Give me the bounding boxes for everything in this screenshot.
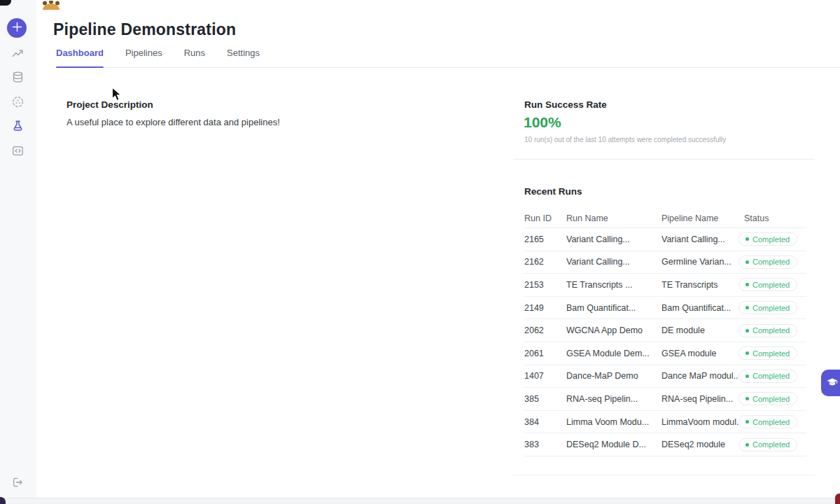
project-description-text: A useful place to explore different data… xyxy=(66,117,280,127)
pipeline-name-cell: Variant Calling... xyxy=(662,234,738,244)
column-header-status: Status xyxy=(738,214,806,223)
run-name-cell: Dance-MaP Demo xyxy=(566,371,662,381)
project-description-heading: Project Description xyxy=(66,99,153,110)
window-corner-bottom-right xyxy=(835,493,840,504)
column-header-pipeline-name: Pipeline Name xyxy=(662,214,738,223)
status-badge: Completed xyxy=(738,278,797,291)
status-cell: Completed xyxy=(738,370,806,383)
run-name-cell: GSEA Module Dem... xyxy=(566,349,662,358)
sidebar-item-data[interactable] xyxy=(10,71,25,86)
run-id-cell: 2149 xyxy=(524,303,566,313)
status-cell: Completed xyxy=(738,438,806,451)
app-window: Pipeline Demonstration Dashboard Pipelin… xyxy=(0,0,840,504)
logout-button[interactable] xyxy=(10,476,25,491)
run-id-cell: 1407 xyxy=(524,371,566,381)
status-badge: Completed xyxy=(738,392,797,405)
trend-up-icon xyxy=(11,47,24,63)
status-badge: Completed xyxy=(738,301,797,314)
tab-runs[interactable]: Runs xyxy=(184,48,205,67)
sidebar-item-clusters[interactable] xyxy=(10,95,25,111)
status-label: Completed xyxy=(752,281,790,289)
status-dot-icon xyxy=(746,306,749,309)
status-badge: Completed xyxy=(738,370,797,383)
status-label: Completed xyxy=(752,372,790,380)
pipeline-name-cell: GSEA module xyxy=(662,349,738,358)
code-icon xyxy=(11,144,24,160)
run-id-cell: 2062 xyxy=(524,326,566,335)
pipeline-name-cell: RNA-seq Pipelin... xyxy=(662,394,738,404)
column-header-run-id: Run ID xyxy=(524,214,566,223)
status-badge: Completed xyxy=(738,232,797,246)
add-button[interactable] xyxy=(7,18,27,38)
section-divider xyxy=(513,159,815,160)
sidebar xyxy=(0,0,36,504)
run-name-cell: RNA-seq Pipelin... xyxy=(566,394,662,404)
tab-settings[interactable]: Settings xyxy=(227,48,260,67)
graduation-cap-icon xyxy=(826,376,839,391)
status-dot-icon xyxy=(746,397,749,400)
window-bottom-band xyxy=(0,498,840,504)
table-row[interactable]: 2062 WGCNA App Demo DE module Completed xyxy=(524,319,806,342)
pipeline-name-cell: Dance MaP modul... xyxy=(662,371,738,381)
tab-bar: Dashboard Pipelines Runs Settings xyxy=(56,48,840,68)
tab-dashboard[interactable]: Dashboard xyxy=(56,48,104,67)
run-id-cell: 2165 xyxy=(524,234,566,244)
status-cell: Completed xyxy=(738,392,806,405)
recent-runs-rows: 2165 Variant Calling... Variant Calling.… xyxy=(524,228,806,456)
status-cell: Completed xyxy=(738,255,806,269)
table-row[interactable]: 2153 TE Transcripts ... TE Transcripts C… xyxy=(524,274,806,297)
status-badge: Completed xyxy=(738,438,797,451)
recent-runs-table: Run ID Run Name Pipeline Name Status 216… xyxy=(524,209,806,456)
run-name-cell: DESeq2 Module D... xyxy=(566,440,662,449)
status-cell: Completed xyxy=(738,415,806,428)
table-row[interactable]: 2061 GSEA Module Dem... GSEA module Comp… xyxy=(524,342,806,365)
tutorial-floating-button[interactable] xyxy=(821,370,840,396)
pipeline-name-cell: Germline Varian... xyxy=(662,257,738,267)
table-row[interactable]: 2162 Variant Calling... Germline Varian.… xyxy=(524,251,806,274)
recent-runs-heading: Recent Runs xyxy=(524,186,582,197)
run-id-cell: 385 xyxy=(524,394,566,404)
table-row[interactable]: 384 Limma Voom Modu... LimmaVoom modul..… xyxy=(524,411,806,434)
status-label: Completed xyxy=(752,418,790,426)
status-dot-icon xyxy=(746,237,749,241)
page-title: Pipeline Demonstration xyxy=(53,20,236,39)
sidebar-item-analytics[interactable] xyxy=(10,47,25,62)
run-success-rate-value: 100% xyxy=(524,114,561,131)
plus-icon xyxy=(12,22,22,34)
status-dot-icon xyxy=(746,420,749,424)
status-badge: Completed xyxy=(738,324,797,337)
run-id-cell: 384 xyxy=(524,417,566,427)
database-icon xyxy=(11,71,24,87)
table-row[interactable]: 1407 Dance-MaP Demo Dance MaP modul... C… xyxy=(524,365,806,388)
table-row[interactable]: 2165 Variant Calling... Variant Calling.… xyxy=(524,228,806,251)
table-row[interactable]: 2149 Bam Quantificat... Bam Quantificat.… xyxy=(524,297,806,320)
run-id-cell: 383 xyxy=(524,440,566,449)
status-label: Completed xyxy=(752,326,790,335)
sidebar-item-code[interactable] xyxy=(10,144,25,160)
status-dot-icon xyxy=(746,260,749,264)
run-name-cell: Variant Calling... xyxy=(566,234,662,244)
run-id-cell: 2153 xyxy=(524,280,566,290)
status-cell: Completed xyxy=(738,232,806,246)
run-id-cell: 2061 xyxy=(524,349,566,358)
status-dot-icon xyxy=(746,329,749,332)
status-dot-icon xyxy=(746,443,749,447)
run-id-cell: 2162 xyxy=(524,257,566,267)
status-label: Completed xyxy=(752,440,790,449)
flask-icon xyxy=(11,120,24,136)
sidebar-item-experiments[interactable] xyxy=(10,120,25,135)
tab-pipelines[interactable]: Pipelines xyxy=(125,48,162,67)
table-row[interactable]: 385 RNA-seq Pipelin... RNA-seq Pipelin..… xyxy=(524,388,806,411)
run-name-cell: Limma Voom Modu... xyxy=(566,417,662,427)
cluster-select-icon xyxy=(11,95,24,111)
status-label: Completed xyxy=(752,349,790,358)
run-name-cell: TE Transcripts ... xyxy=(566,280,662,290)
status-label: Completed xyxy=(752,258,790,266)
run-name-cell: WGCNA App Demo xyxy=(566,326,662,335)
table-row[interactable]: 383 DESeq2 Module D... DESeq2 module Com… xyxy=(524,433,806,456)
status-badge: Completed xyxy=(738,415,797,428)
status-dot-icon xyxy=(746,283,749,286)
pipeline-name-cell: Bam Quantificat... xyxy=(662,303,738,313)
status-label: Completed xyxy=(752,304,790,312)
mascot-logo xyxy=(39,0,63,13)
